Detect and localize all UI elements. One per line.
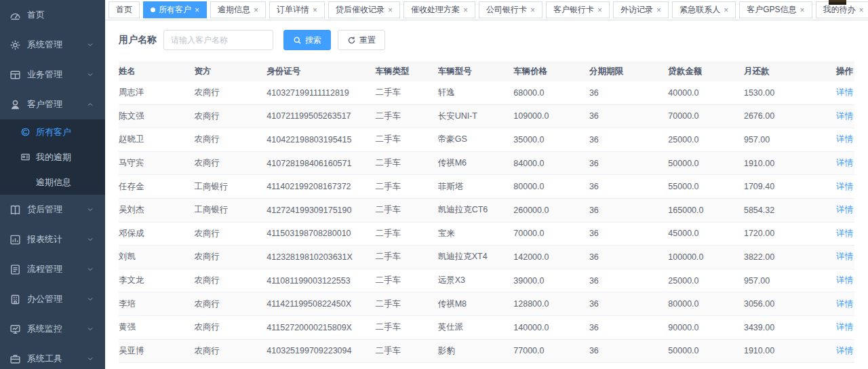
tab[interactable]: 订单详情 × [269,1,325,18]
tab[interactable]: 首页 [108,1,140,18]
tab-close-icon[interactable]: × [313,6,317,14]
search-form: 用户名称 搜索 重置 [119,30,854,50]
detail-link[interactable]: 详情 [836,299,853,309]
sidebar-subitem[interactable]: 我的逾期 [0,144,105,170]
cell-id_no: 41152720000215809X [267,323,375,332]
tab-label: 紧急联系人 [679,4,720,16]
sidebar-subitem[interactable]: 逾期信息 [0,170,105,195]
column-header: 车辆型号 [438,66,514,77]
tab[interactable]: 催收处理方案 × [403,1,475,18]
tab-close-icon[interactable]: × [195,6,199,14]
table-row: 任存金 工商银行 411402199208167372 二手车 菲斯塔 8000… [119,175,854,199]
cell-loan: 25000.0 [668,135,744,144]
cell-price: 77000.0 [513,346,589,355]
sidebar-item-grid[interactable]: 业务管理 [0,60,105,90]
sidebar-item-flow[interactable]: 流程管理 [0,254,105,284]
sidebar-item-chart[interactable]: 报表统计 [0,225,105,254]
cell-monthly: 3822.00 [744,252,823,262]
cell-type: 二手车 [375,204,437,216]
chevron-down-icon [86,295,94,303]
sidebar-subitem[interactable]: 所有客户 [0,119,105,144]
tab[interactable]: 紧急联系人 × [672,1,736,18]
cell-name: 邓保成 [119,228,195,239]
cell-funder: 农商行 [195,228,267,239]
sidebar-item-label: 流程管理 [27,263,86,275]
cell-funder: 农商行 [195,298,267,310]
cell-type: 二手车 [375,275,437,286]
cell-loan: 25000.0 [668,276,744,286]
cell-model: 宝来 [438,228,514,239]
cell-monthly: 5854.32 [744,206,823,215]
chevron-down-icon [86,355,94,363]
tab[interactable]: 客户GPS信息 × [739,1,812,18]
tab[interactable]: 贷后催收记录 × [328,1,400,18]
sidebar-item-user[interactable]: 客户管理 [0,90,105,119]
cell-term: 36 [589,346,668,355]
detail-link[interactable]: 详情 [836,275,853,285]
detail-link[interactable]: 详情 [836,134,853,144]
chevron-down-icon [86,265,94,273]
sidebar-item-office[interactable]: 办公管理 [0,284,105,314]
cell-type: 二手车 [375,251,437,263]
tab-close-icon[interactable]: × [463,6,468,14]
tab-close-icon[interactable]: × [388,6,393,14]
sidebar-subitem-label: 我的逾期 [36,151,71,163]
top-right-artifact [829,0,846,5]
cell-funder: 农商行 [195,157,267,169]
tab-close-icon[interactable]: × [656,6,661,14]
tab[interactable]: 客户银行卡 × [546,1,610,18]
tab[interactable]: 外访记录 × [613,1,669,18]
cell-price: 68000.0 [513,88,589,98]
search-button[interactable]: 搜索 [283,30,331,50]
cell-name: 马守宾 [119,157,195,169]
tab[interactable]: 公司银行卡 × [479,1,542,18]
cell-id_no: 411503198708280010 [267,229,375,238]
detail-link[interactable]: 详情 [836,182,853,191]
cell-term: 36 [589,276,668,286]
detail-link[interactable]: 详情 [836,111,853,121]
cell-model: 凯迪拉克XT4 [438,251,514,263]
cell-id_no: 410728198406160571 [267,159,375,168]
search-label: 用户名称 [119,34,157,46]
customer-name-input[interactable] [163,30,273,50]
tab[interactable]: 逾期信息 × [210,1,266,18]
cell-price: 39000.0 [513,276,589,286]
main-area: 首页 所有客户 × 逾期信息 × 订单详情 × 贷后催收记录 × 催收处理方案 … [105,0,868,369]
detail-link[interactable]: 详情 [836,346,853,355]
tab-close-icon[interactable]: × [254,6,258,14]
refresh-icon [347,36,356,45]
tab-close-icon[interactable]: × [859,6,864,14]
cell-id_no: 410327199111112819 [267,88,375,98]
cell-loan: 165000.0 [668,206,744,215]
detail-link[interactable]: 详情 [836,88,853,97]
sidebar-item-label: 贷后管理 [27,203,86,216]
detail-link[interactable]: 详情 [836,158,853,168]
tab-close-icon[interactable]: × [530,6,535,14]
sidebar-item-monitor[interactable]: 系统监控 [0,314,105,344]
column-header: 姓名 [119,66,195,77]
cell-monthly: 1910.00 [744,159,823,168]
detail-link[interactable]: 详情 [836,229,853,238]
tab-label: 公司银行卡 [486,4,527,16]
tab-close-icon[interactable]: × [800,6,804,14]
detail-link[interactable]: 详情 [836,252,853,261]
detail-link[interactable]: 详情 [836,205,853,214]
table-row-partial: 贾明伟 农商行 410000000000000000 二手车 卡罗拉 [119,363,854,369]
column-header: 身份证号 [267,66,375,77]
tab-label: 客户银行卡 [553,4,594,16]
tab-close-icon[interactable]: × [724,6,728,14]
sidebar-item-gear[interactable]: 系统管理 [0,30,105,60]
cell-model: 传祺M6 [438,157,514,169]
reset-button[interactable]: 重置 [338,30,385,50]
sidebar-item-book[interactable]: 贷后管理 [0,195,105,225]
table-row: 黄强 农商行 41152720000215809X 二手车 英仕派 140000… [119,316,854,340]
cell-type: 二手车 [375,111,437,122]
tab-close-icon[interactable]: × [597,6,602,14]
cell-type: 二手车 [375,181,437,193]
sidebar-subitem-label: 逾期信息 [36,176,71,189]
sidebar-item-dashboard[interactable]: 首页 [0,0,105,30]
tab[interactable]: 所有客户 × [143,1,207,18]
sidebar-item-tools[interactable]: 系统工具 [0,344,105,369]
cell-model: 影豹 [438,345,514,357]
detail-link[interactable]: 详情 [836,322,853,332]
